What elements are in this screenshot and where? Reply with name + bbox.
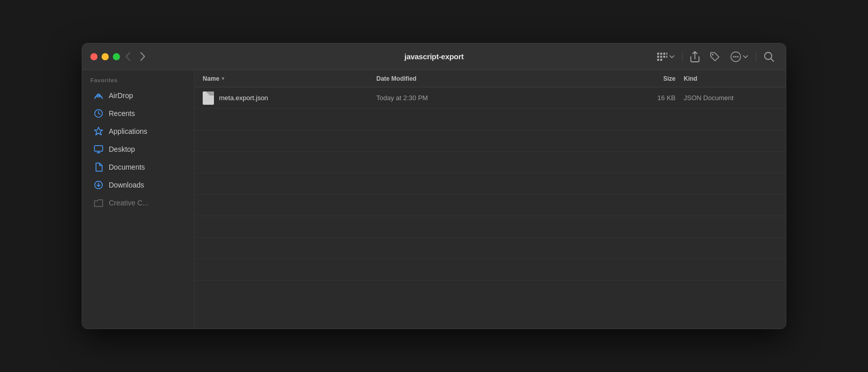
share-icon (690, 51, 700, 62)
sort-arrow-icon: ▾ (222, 76, 224, 81)
sidebar-item-applications[interactable]: Applications (85, 123, 191, 140)
view-options-button[interactable] (653, 50, 678, 64)
window-title: javascript-export (404, 52, 464, 61)
desktop-icon (93, 144, 104, 154)
sidebar-item-airdrop[interactable]: AirDrop (85, 87, 191, 104)
back-arrow-icon (125, 52, 130, 61)
sidebar-item-desktop[interactable]: Desktop (85, 141, 191, 158)
empty-row (195, 109, 786, 130)
file-list: Name ▾ Date Modified Size Kind (195, 70, 786, 329)
finder-window: javascript-export (82, 43, 786, 329)
empty-row (195, 173, 786, 195)
column-size-header[interactable]: Size (614, 75, 676, 82)
search-button[interactable] (760, 49, 778, 64)
column-date-header[interactable]: Date Modified (376, 75, 614, 82)
svg-rect-1 (660, 53, 662, 55)
file-icon-cell: meta.export.json (203, 91, 376, 105)
svg-rect-6 (663, 56, 665, 58)
folder-icon (93, 198, 104, 208)
svg-rect-4 (657, 56, 659, 58)
chevron-down-icon (743, 55, 748, 58)
svg-point-13 (735, 56, 737, 57)
toolbar-right (653, 49, 778, 65)
minimize-button[interactable] (102, 53, 109, 60)
documents-icon (93, 162, 104, 172)
sidebar-item-documents[interactable]: Documents (85, 158, 191, 176)
sidebar-item-label-downloads: Downloads (109, 181, 144, 189)
nav-buttons (121, 50, 150, 63)
svg-rect-2 (663, 53, 665, 55)
svg-rect-9 (660, 59, 662, 61)
file-kind: JSON Document (676, 94, 778, 102)
sidebar: Favorites AirDrop (82, 70, 195, 329)
sidebar-item-label-desktop: Desktop (109, 145, 135, 153)
table-row[interactable]: meta.export.json Today at 2:30 PM 16 KB … (195, 87, 786, 109)
file-icon (203, 91, 214, 105)
empty-row (195, 216, 786, 238)
file-date: Today at 2:30 PM (376, 94, 614, 102)
file-rows: meta.export.json Today at 2:30 PM 16 KB … (195, 87, 786, 329)
sidebar-section-favorites: Favorites (82, 77, 194, 86)
column-headers: Name ▾ Date Modified Size Kind (195, 70, 786, 87)
main-content: Favorites AirDrop (82, 70, 786, 329)
empty-row (195, 152, 786, 173)
column-kind-header[interactable]: Kind (676, 75, 778, 82)
svg-rect-7 (666, 56, 667, 58)
sidebar-item-label-applications: Applications (109, 127, 148, 135)
back-button[interactable] (121, 50, 134, 63)
empty-row (195, 195, 786, 216)
empty-row (195, 130, 786, 152)
empty-row (195, 259, 786, 281)
tag-icon (710, 52, 720, 62)
tag-button[interactable] (706, 49, 724, 64)
downloads-icon (93, 180, 104, 190)
more-button[interactable] (727, 49, 752, 65)
svg-rect-8 (657, 59, 659, 61)
file-name: meta.export.json (219, 94, 268, 102)
sidebar-item-label-creative-c: Creative C... (109, 199, 149, 207)
svg-rect-3 (666, 53, 667, 55)
forward-button[interactable] (136, 50, 150, 63)
more-icon (730, 51, 741, 62)
svg-point-10 (712, 54, 714, 55)
chevron-down-icon (669, 55, 674, 58)
search-icon (764, 52, 774, 62)
list-view-icon (657, 52, 668, 61)
sidebar-item-label-recents: Recents (109, 109, 135, 118)
column-name-header[interactable]: Name ▾ (203, 75, 376, 82)
airdrop-icon (93, 90, 104, 101)
close-button[interactable] (90, 53, 98, 60)
sidebar-item-creative-c[interactable]: Creative C... (85, 194, 191, 212)
svg-rect-18 (94, 146, 103, 151)
share-button[interactable] (687, 49, 703, 65)
sidebar-item-label-documents: Documents (109, 163, 145, 171)
forward-arrow-icon (140, 52, 146, 61)
maximize-button[interactable] (113, 53, 120, 60)
recents-icon (93, 108, 104, 119)
svg-point-14 (737, 56, 739, 57)
traffic-lights (90, 53, 120, 60)
toolbar-separator-2 (756, 52, 756, 62)
title-bar: javascript-export (82, 43, 786, 70)
sidebar-item-recents[interactable]: Recents (85, 105, 191, 122)
svg-rect-0 (657, 53, 659, 55)
sidebar-item-downloads[interactable]: Downloads (85, 176, 191, 194)
toolbar-separator (682, 52, 683, 62)
file-size: 16 KB (614, 94, 676, 102)
sidebar-item-label-airdrop: AirDrop (109, 91, 133, 100)
svg-point-12 (733, 56, 735, 57)
empty-row (195, 238, 786, 259)
applications-icon (93, 126, 104, 136)
svg-rect-5 (660, 56, 662, 58)
